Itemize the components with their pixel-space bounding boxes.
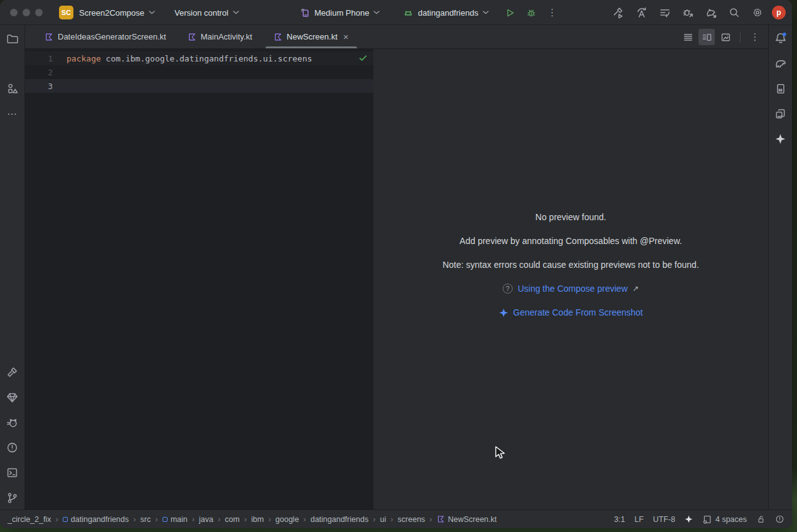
code-line-3[interactable]: 3 xyxy=(25,79,373,93)
cat-icon xyxy=(6,417,18,428)
encoding-widget[interactable]: UTF-8 xyxy=(653,515,675,524)
ai-code-action-button[interactable] xyxy=(633,4,650,21)
version-control-tool-button[interactable] xyxy=(4,489,21,506)
close-tab-button[interactable]: × xyxy=(343,32,349,41)
breadcrumb-item[interactable]: google xyxy=(275,515,299,524)
sparkle-icon xyxy=(499,308,508,317)
logcat-tool-button[interactable] xyxy=(4,413,21,431)
minimize-window-button[interactable] xyxy=(23,9,30,16)
attach-debugger-button[interactable] xyxy=(679,4,697,21)
more-tool-windows-button[interactable]: ⋯ xyxy=(4,105,21,122)
run-configuration-selector[interactable]: datingandfriends xyxy=(403,0,489,25)
design-view-icon xyxy=(720,32,731,43)
breadcrumb-item[interactable]: ibm xyxy=(251,515,264,524)
run-button[interactable] xyxy=(501,4,518,21)
keyword-package: package xyxy=(67,54,101,63)
generate-link-label: Generate Code From Screenshot xyxy=(513,307,643,317)
readonly-toggle[interactable] xyxy=(756,514,766,524)
project-menu-button[interactable]: Screen2Compose xyxy=(75,0,159,25)
line-separator-widget[interactable]: LF xyxy=(634,515,644,524)
user-avatar[interactable]: p xyxy=(772,6,786,19)
search-everywhere-button[interactable] xyxy=(725,4,743,21)
tab-mainactivity[interactable]: MainActivity.kt xyxy=(177,25,263,48)
tab-newscreen[interactable]: NewScreen.kt × xyxy=(263,25,360,48)
kebab-icon: ⋮ xyxy=(548,7,557,18)
package-path: com.ibm.google.datingandfriends.ui.scree… xyxy=(101,54,313,63)
breadcrumb-item-file[interactable]: NewScreen.kt xyxy=(437,515,497,524)
code-view-button[interactable] xyxy=(680,29,696,45)
inspection-status-widget[interactable] xyxy=(358,53,368,65)
close-window-button[interactable] xyxy=(10,9,18,16)
version-control-menu-button[interactable]: Version control xyxy=(171,0,243,25)
gem-icon xyxy=(6,391,18,403)
profiler-button[interactable] xyxy=(702,4,720,21)
breadcrumb-item[interactable]: main xyxy=(163,515,188,524)
breadcrumb-item[interactable]: src xyxy=(141,515,151,524)
ai-status-widget[interactable] xyxy=(685,515,693,523)
sparkle-icon xyxy=(685,515,693,523)
split-view-icon xyxy=(702,32,712,43)
help-link-label: Using the Compose preview xyxy=(518,284,628,294)
breadcrumb-item[interactable]: datingandfriends xyxy=(63,515,129,524)
preview-message-hint: Add preview by annotating Composables wi… xyxy=(459,235,682,247)
device-manager-tool-button[interactable] xyxy=(772,105,789,122)
play-icon xyxy=(505,8,515,18)
design-view-button[interactable] xyxy=(717,29,734,45)
divider xyxy=(740,31,741,43)
breadcrumb-item[interactable]: screens xyxy=(398,515,425,524)
breadcrumb-item[interactable]: com xyxy=(225,515,240,524)
check-icon xyxy=(360,56,366,60)
device-selector[interactable]: Medium Phone xyxy=(300,0,380,25)
caret-position-widget[interactable]: 3:1 xyxy=(614,515,625,524)
gradle-tool-button[interactable] xyxy=(772,55,789,72)
running-devices-tool-button[interactable] xyxy=(772,80,789,97)
error-status-widget[interactable] xyxy=(775,514,784,524)
build-run-tool-button[interactable] xyxy=(609,4,627,21)
breadcrumb: _circle_2_fix › datingandfriends › src ›… xyxy=(8,514,497,524)
breadcrumb-separator: › xyxy=(303,514,306,524)
indent-widget[interactable]: 4 spaces xyxy=(702,514,747,524)
code-editor[interactable]: 1 package com.ibm.google.datingandfriend… xyxy=(25,49,373,509)
folder-icon xyxy=(6,33,18,45)
search-icon xyxy=(729,7,740,18)
terminal-tool-button[interactable] xyxy=(4,464,21,481)
breadcrumb-separator: › xyxy=(268,514,270,524)
project-tool-button[interactable] xyxy=(4,29,21,47)
build-tool-button[interactable] xyxy=(4,363,21,381)
resource-manager-tool-button[interactable] xyxy=(4,80,21,97)
code-line-1[interactable]: 1 package com.ibm.google.datingandfriend… xyxy=(25,51,373,65)
breadcrumb-item[interactable]: _circle_2_fix xyxy=(8,515,51,524)
app-quality-insights-tool-button[interactable] xyxy=(4,388,21,406)
run-more-menu-button[interactable]: ⋮ xyxy=(543,4,561,21)
settings-button[interactable] xyxy=(749,4,766,21)
notifications-button[interactable] xyxy=(772,29,789,47)
warning-circle-icon xyxy=(6,442,18,454)
right-tool-stripe xyxy=(768,25,792,509)
breadcrumb-separator: › xyxy=(155,514,158,524)
exclamation-circle-icon xyxy=(775,514,784,524)
code-line-2[interactable]: 2 xyxy=(25,65,373,79)
problems-tool-button[interactable] xyxy=(4,439,21,456)
module-icon xyxy=(63,517,68,522)
shapes-icon xyxy=(7,83,18,94)
breadcrumb-item[interactable]: java xyxy=(199,515,213,524)
breadcrumb-item[interactable]: datingandfriends xyxy=(311,515,368,524)
zoom-window-button[interactable] xyxy=(35,9,43,16)
debug-button[interactable] xyxy=(522,4,540,21)
editor-options-button[interactable]: ⋮ xyxy=(747,29,763,45)
breadcrumb-separator: › xyxy=(390,514,393,524)
preview-message-title: No preview found. xyxy=(535,211,606,223)
android-icon xyxy=(403,8,414,18)
indent-config-icon xyxy=(702,514,712,524)
compose-preview-help-link[interactable]: ? Using the Compose preview ↗ xyxy=(503,282,639,295)
git-branch-icon xyxy=(6,492,18,504)
bug-icon xyxy=(526,8,537,18)
breadcrumb-item[interactable]: ui xyxy=(380,515,386,524)
gemini-tool-button[interactable] xyxy=(772,130,789,147)
sync-list-tool-button[interactable] xyxy=(656,4,673,21)
external-link-icon: ↗ xyxy=(633,284,639,293)
generate-code-from-screenshot-link[interactable]: Generate Code From Screenshot xyxy=(499,306,643,319)
split-view-button[interactable] xyxy=(698,29,715,45)
list-sync-icon xyxy=(659,7,671,19)
tab-dateideasgeneratorscreen[interactable]: DateIdeasGeneratorScreen.kt xyxy=(34,25,177,48)
